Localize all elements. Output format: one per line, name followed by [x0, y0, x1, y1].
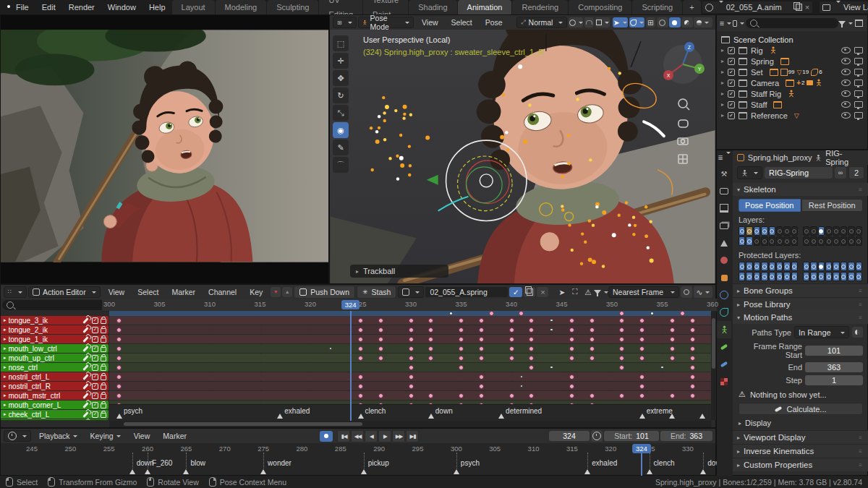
channel-keys-row[interactable] [109, 344, 711, 353]
keyframe[interactable] [428, 346, 433, 351]
pan-hand-icon[interactable] [678, 120, 688, 127]
keyframe[interactable] [670, 356, 675, 361]
keyframe[interactable] [569, 346, 574, 351]
tab-shading[interactable]: Shading [409, 0, 456, 14]
rig-control-point[interactable] [408, 174, 411, 176]
channel-keys-row[interactable] [109, 382, 711, 390]
outliner-item-reference[interactable]: ▸✓Reference▽ [717, 110, 867, 121]
breadcrumb-data[interactable]: RIG-Spring [825, 150, 864, 166]
panel-bone-groups[interactable]: ▸Bone Groups≡ [733, 283, 868, 297]
channel-mouth_mstr_ctrl[interactable]: ▸mouth_mstr_ctrl✓ [1, 391, 109, 400]
rig-control-point[interactable] [650, 220, 652, 223]
keyframe[interactable] [479, 384, 484, 389]
shading-material-button[interactable] [681, 17, 693, 27]
keyframe[interactable] [428, 393, 433, 398]
modifier-wrench-icon[interactable] [82, 402, 88, 408]
visibility-eye-icon[interactable] [841, 80, 851, 86]
link-icon[interactable]: ∞ [835, 167, 846, 179]
outliner-filter-button[interactable] [840, 17, 851, 29]
menu-edit[interactable]: Edit [35, 0, 62, 14]
keyframe[interactable] [529, 365, 534, 370]
tool-transform[interactable]: ◉ [333, 122, 349, 138]
channel-expand-icon[interactable]: ▸ [4, 327, 7, 333]
properties-tab-bone-constraint[interactable] [717, 356, 731, 373]
outliner-item-staff-rig[interactable]: ▸✓Staff Rig [717, 88, 867, 99]
rig-control-point[interactable] [584, 241, 587, 244]
keyframe[interactable] [619, 393, 624, 398]
channel-enable-checkbox[interactable]: ✓ [92, 364, 98, 371]
visibility-eye-icon[interactable] [841, 69, 851, 75]
modifier-wrench-icon[interactable] [82, 346, 88, 352]
rig-control-point[interactable] [628, 223, 631, 226]
skeleton-panel-header[interactable]: ▾Skeleton≡ [733, 183, 868, 196]
marker-triangle-icon[interactable] [428, 414, 434, 419]
protected-layer-toggle[interactable] [848, 262, 854, 271]
play-button[interactable]: ▶ [378, 430, 391, 442]
rig-control-point[interactable] [399, 134, 402, 137]
action-new-button[interactable] [524, 287, 535, 297]
keyframe[interactable] [690, 356, 695, 361]
keyframe[interactable] [619, 346, 624, 351]
timeline-menu-keying[interactable]: Keying [84, 429, 127, 443]
panel-pose-library[interactable]: ▸Pose Library≡ [733, 297, 868, 311]
rig-control-point[interactable] [576, 98, 579, 100]
protected-layer-toggle[interactable] [754, 272, 760, 281]
keyframe[interactable] [428, 318, 433, 323]
keyframe[interactable] [680, 311, 685, 316]
snap-magnet-icon[interactable] [584, 17, 594, 27]
modifier-wrench-icon[interactable] [82, 336, 88, 343]
tab-modeling[interactable]: Modeling [216, 0, 267, 14]
keyframe[interactable] [358, 337, 363, 342]
keyframe[interactable] [590, 337, 595, 342]
visibility-eye-icon[interactable] [841, 47, 851, 53]
timeline-menu-marker[interactable]: Marker [156, 429, 193, 443]
channel-enable-checkbox[interactable]: ✓ [92, 393, 98, 399]
marker-triangle-icon[interactable] [116, 414, 122, 419]
rig-control-point[interactable] [650, 259, 654, 263]
overlays-toggle[interactable] [629, 17, 644, 27]
timeline-menu-view[interactable]: View [127, 429, 157, 443]
channel-keys-row[interactable] [109, 325, 711, 334]
pose-position-button[interactable]: Pose Position [739, 199, 801, 212]
channel-enable-checkbox[interactable]: ✓ [92, 317, 98, 324]
frame-end-field[interactable]: End: 363 [660, 431, 712, 441]
transform-orientation[interactable]: ⤢Normal [516, 17, 567, 28]
rig-control-point[interactable] [588, 257, 592, 262]
tool-cursor[interactable]: ✛ [333, 53, 349, 69]
keyframe[interactable] [116, 356, 122, 361]
modifier-wrench-icon[interactable] [82, 327, 88, 333]
protected-layer-toggle[interactable] [818, 262, 825, 271]
protected-layer-toggle[interactable] [848, 272, 854, 281]
paths-type-dropdown[interactable]: In Range [794, 326, 849, 338]
channel-tongue_1_ik[interactable]: ▸tongue_1_ik✓ [1, 335, 109, 343]
protected-layer-toggle[interactable] [769, 272, 775, 281]
dope-mode-selector[interactable]: Action Editor [28, 286, 101, 298]
properties-tab-tool[interactable]: ⚒ [717, 165, 731, 182]
summary-channel-row[interactable] [109, 311, 711, 316]
marker-triangle-icon[interactable] [277, 414, 283, 419]
tab-sculpting[interactable]: Sculpting [267, 0, 318, 14]
channel-keys-row[interactable] [109, 354, 711, 362]
keyframe[interactable] [459, 393, 464, 398]
keyframe[interactable] [409, 346, 414, 351]
only-selected-filter-icon[interactable]: ➤ [556, 286, 568, 298]
keyframe[interactable] [550, 319, 553, 322]
keyframe[interactable] [378, 393, 383, 398]
modifier-wrench-icon[interactable] [82, 393, 88, 399]
stash-button[interactable]: ✳ Stash [357, 286, 396, 299]
outliner-item-rig[interactable]: ▸✓Rig [717, 45, 867, 56]
expand-arrow-icon[interactable]: ▸ [721, 80, 724, 86]
layer-toggle[interactable] [791, 226, 798, 236]
keyframe[interactable] [358, 318, 363, 323]
protected-layer-toggle[interactable] [803, 272, 809, 281]
rig-control-point[interactable] [612, 233, 616, 237]
keyframe[interactable] [479, 346, 484, 351]
rig-control-point[interactable] [399, 156, 404, 160]
tab-scripting[interactable]: Scripting [632, 0, 682, 14]
channel-lock-icon[interactable] [101, 394, 106, 399]
layer-toggle[interactable] [848, 236, 854, 246]
current-frame-indicator[interactable]: 324 [341, 300, 360, 309]
keyframe[interactable] [569, 328, 574, 333]
viewport-menu-pose[interactable]: Pose [479, 15, 509, 30]
channel-enable-checkbox[interactable]: ✓ [92, 383, 98, 390]
